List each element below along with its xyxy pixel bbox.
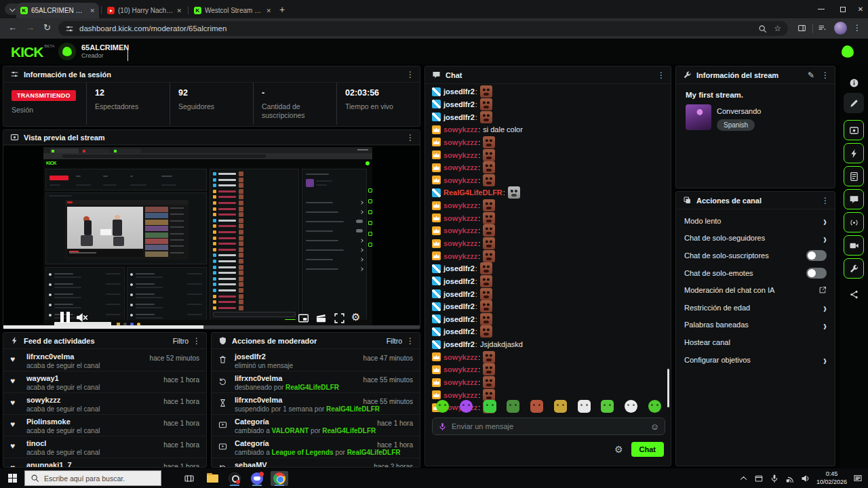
chat-message[interactable]: sowykzzz:	[432, 199, 664, 212]
chat-message[interactable]: sowykzzz:	[432, 174, 664, 186]
channel-action-palabras-baneadas[interactable]: Palabras baneadas›	[676, 317, 835, 334]
channel-action-chat-de-solo-seguidores[interactable]: Chat de solo-seguidores›	[676, 230, 835, 247]
taskbar-search-input[interactable]	[44, 474, 155, 483]
chat-emote[interactable]	[480, 98, 492, 110]
chat-message[interactable]: sowykzzz:	[432, 350, 664, 363]
chat-username[interactable]: josedlfr2	[443, 327, 475, 336]
emote-red-face[interactable]	[530, 400, 543, 413]
stream-info-menu-icon[interactable]: ⋮	[821, 71, 829, 79]
bolt-button[interactable]	[844, 143, 864, 163]
task-view-button[interactable]	[180, 471, 198, 486]
chat-send-button[interactable]: Chat	[631, 442, 664, 457]
chat-emote[interactable]	[483, 250, 495, 262]
chat-emote[interactable]	[480, 288, 492, 300]
chat-username[interactable]: josedlfr2	[443, 277, 475, 285]
emote-green-laugh[interactable]	[436, 400, 449, 413]
mod-menu-icon[interactable]: ⋮	[406, 337, 414, 345]
chat-username[interactable]: josedlfr2	[443, 100, 475, 108]
chat-emote[interactable]	[480, 300, 492, 312]
chat-username[interactable]: josedlfr2	[443, 302, 475, 310]
browser-tab[interactable]: K65ALCRIMEN Stream - Kick Da✕	[16, 3, 99, 18]
share-button[interactable]	[844, 284, 864, 304]
tray-expand-icon[interactable]	[739, 474, 748, 483]
chat-input-box[interactable]: ☺	[432, 418, 665, 435]
preview-progress-bar[interactable]	[3, 325, 420, 329]
preview-mute-icon[interactable]	[75, 311, 88, 324]
chat-message[interactable]: sowykzzz:	[432, 148, 664, 161]
forward-button[interactable]: →	[26, 22, 35, 33]
chat-username[interactable]: sowykzzz	[443, 151, 477, 159]
chat-username[interactable]: sowykzzz	[443, 365, 477, 373]
mod-action-row[interactable]: Categoríacambiado a VALORANT por RealG4L…	[212, 415, 420, 436]
url-text[interactable]: dashboard.kick.com/moderator/65alcrimen	[79, 24, 226, 33]
chat-username[interactable]: sowykzzz	[443, 214, 477, 222]
window-close-button[interactable]: ✕	[850, 0, 868, 18]
emote-green-square[interactable]	[484, 400, 496, 413]
preview-clips-button[interactable]	[315, 312, 327, 324]
mod-action-row[interactable]: lifrxnc0velmadesbaneado por RealG4LifeDL…	[212, 371, 420, 393]
chat-emote[interactable]	[480, 111, 492, 123]
media-controls-icon[interactable]	[818, 24, 827, 33]
category-name[interactable]: Conversando	[717, 107, 761, 115]
chat-emote[interactable]	[483, 199, 495, 211]
mod-filter-button[interactable]: Filtro	[387, 337, 402, 345]
kick-logo[interactable]: KICKBETA	[11, 44, 55, 60]
browser-tab[interactable]: (10) Harry Nach vs 15 Mujeres✕	[103, 3, 186, 18]
taskbar-clock[interactable]: 0:45 10/02/2026	[816, 470, 847, 486]
chat-username[interactable]: josedlfr2	[443, 340, 475, 348]
chat-username[interactable]: josedlfr2	[443, 264, 475, 272]
chat-message[interactable]: sowykzzz:	[432, 376, 664, 389]
channel-action-restricci-n-de-edad[interactable]: Restricción de edad›	[676, 299, 835, 317]
chat-username[interactable]: sowykzzz	[443, 226, 477, 235]
chat-emote[interactable]	[483, 212, 495, 224]
new-tab-button[interactable]: +	[279, 4, 285, 15]
start-button[interactable]	[8, 474, 17, 483]
mod-action-row[interactable]: Categoríacambiado a League of Legends po…	[212, 436, 420, 458]
tab-close-icon[interactable]: ✕	[266, 7, 271, 14]
file-explorer-button[interactable]	[203, 471, 221, 486]
toggle-switch[interactable]	[806, 268, 827, 279]
category-thumbnail[interactable]	[686, 104, 711, 130]
chat-message[interactable]: sowykzzz:	[432, 363, 664, 376]
preview-pause-button[interactable]	[60, 312, 70, 323]
tab-close-icon[interactable]: ✕	[90, 7, 95, 14]
activity-row[interactable]: ♥anunnaki1_7hace 1 hora	[3, 458, 206, 467]
activity-row[interactable]: ♥lifrxnc0velmaacaba de seguir el canalha…	[3, 350, 206, 371]
emote-white-skull[interactable]	[625, 400, 637, 413]
channel-action-chat-de-solo-suscriptores[interactable]: Chat de solo-suscriptores	[676, 247, 835, 264]
chat-emote[interactable]	[483, 174, 495, 186]
address-bar[interactable]: dashboard.kick.com/moderator/65alcrimen …	[58, 21, 788, 36]
chat-emote[interactable]	[483, 149, 495, 161]
mod-action-row[interactable]: sebaaMVhace 2 horas	[212, 458, 420, 467]
chat-message[interactable]: sowykzzz:	[432, 237, 664, 250]
tray-app-icon[interactable]	[754, 474, 764, 483]
wrench-button[interactable]	[844, 258, 864, 279]
preview-settings-icon[interactable]: ⚙	[351, 311, 360, 323]
chat-username[interactable]: sowykzzz	[443, 201, 477, 209]
chat-username[interactable]: sowykzzz	[443, 239, 477, 247]
chat-message[interactable]: josedlfr2:	[432, 313, 664, 326]
channel-avatar[interactable]	[58, 43, 76, 60]
chrome-button[interactable]	[271, 471, 288, 486]
chat-message[interactable]: josedlfr2:	[432, 110, 664, 123]
chat-message[interactable]: josedlfr2:	[432, 275, 664, 288]
chat-emote[interactable]	[480, 325, 492, 338]
activity-row[interactable]: ♥tinoclacaba de seguir el canalhace 1 ho…	[3, 436, 206, 458]
channel-dropdown-chevron[interactable]	[127, 49, 128, 61]
chat-message[interactable]: sowykzzz:	[432, 161, 664, 174]
browser-menu-icon[interactable]: ⋮	[853, 23, 861, 33]
info-button[interactable]	[844, 73, 864, 93]
chat-message[interactable]: josedlfr2:	[432, 325, 664, 338]
chat-username[interactable]: sowykzzz	[443, 163, 477, 171]
activity-row[interactable]: ♥Piolinsmokeacaba de seguir el canalhace…	[3, 415, 206, 436]
preview-pip-button[interactable]	[298, 312, 309, 324]
back-button[interactable]: ←	[8, 22, 17, 33]
channel-action-chat-de-solo-emotes[interactable]: Chat de solo-emotes	[676, 264, 835, 282]
bookmark-star-icon[interactable]: ☆	[774, 24, 781, 33]
emote-green-love[interactable]	[601, 400, 614, 413]
zoom-icon[interactable]	[758, 24, 767, 33]
chat-username[interactable]: sowykzzz	[443, 125, 477, 134]
chat-emote[interactable]	[483, 376, 495, 388]
chat-message[interactable]: sowykzzz:si dale color	[432, 123, 664, 136]
session-menu-icon[interactable]: ⋮	[406, 70, 414, 79]
